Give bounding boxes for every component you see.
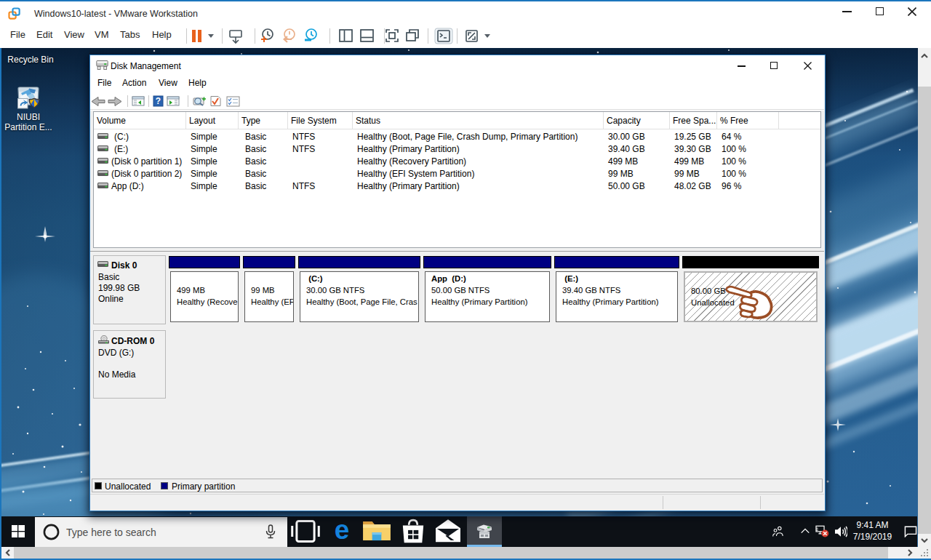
svg-text:?: ? [156, 96, 161, 106]
